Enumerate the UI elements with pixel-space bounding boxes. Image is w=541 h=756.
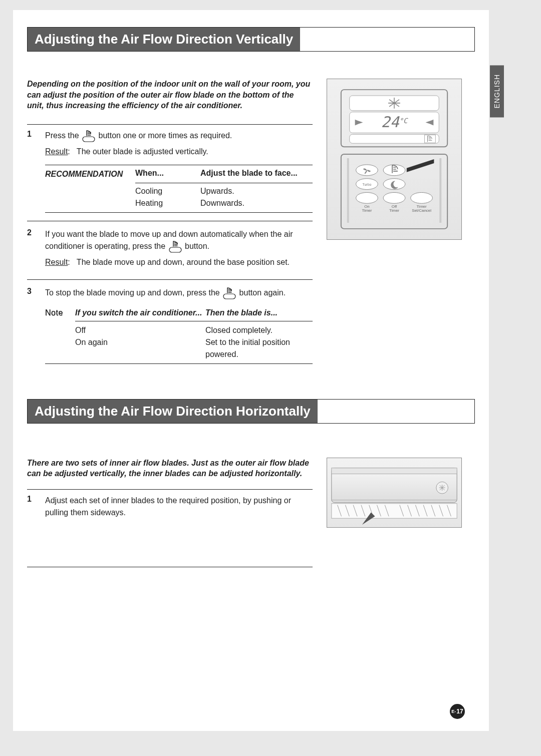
section-2-content: There are two sets of inner air flow bla… (27, 458, 475, 572)
svg-rect-0 (83, 137, 95, 142)
step-2-text-b: button. (185, 242, 209, 250)
section-1-content: Depending on the position of the indoor … (27, 79, 475, 366)
note-row-1-b: Set to the initial position powered. (205, 336, 313, 360)
svg-rect-30 (332, 503, 457, 518)
recommendation-table: RECOMMENDATION When... Adjust the blade … (45, 165, 313, 213)
swing-button-icon (168, 240, 183, 253)
note-row-0-b: Closed completely. (205, 324, 313, 336)
step-3: 3 To stop the blade moving up and down, … (27, 287, 313, 364)
s2-step-1: 1 Adjust each set of inner blades to the… (27, 495, 313, 522)
note-row-0-a: Off (75, 324, 205, 336)
note-label: Note (45, 305, 75, 321)
manual-page: ENGLISH Adjusting the Air Flow Direction… (13, 10, 489, 731)
indoor-unit-illustration (327, 458, 462, 528)
rec-col-adjust: Adjust the blade to face... (200, 165, 313, 183)
language-tab: ENGLISH (490, 65, 504, 117)
step-3-text-a: To stop the blade moving up and down, pr… (45, 288, 222, 297)
section-2-intro: There are two sets of inner air flow bla… (27, 458, 313, 479)
svg-rect-11 (439, 158, 441, 223)
note-table: Note If you switch the air conditioner..… (45, 305, 313, 364)
step-1: 1 Press the button one or more times as … (27, 130, 313, 213)
step-2-number: 2 (27, 228, 37, 271)
svg-rect-1 (169, 247, 181, 252)
note-col-b: Then the blade is... (205, 305, 313, 321)
svg-point-19 (411, 192, 433, 203)
note-row-1-a: On again (75, 336, 205, 348)
svg-text:Turbo: Turbo (363, 183, 372, 186)
note-col-a: If you switch the air conditioner... (75, 305, 205, 321)
svg-text:Set/Cancel: Set/Cancel (412, 208, 431, 213)
page-number: E-17 (450, 704, 465, 719)
step-3-number: 3 (27, 287, 37, 364)
svg-rect-10 (347, 158, 349, 223)
svg-point-18 (383, 192, 405, 203)
svg-point-17 (356, 192, 378, 203)
result-label: Result (45, 147, 68, 156)
callout-arrow-icon (407, 159, 434, 172)
recommendation-label: RECOMMENDATION (45, 165, 135, 183)
rec-row-0-face: Upwards. (200, 185, 313, 197)
step-2: 2 If you want the blade to move up and d… (27, 228, 313, 271)
swing-button-icon (81, 130, 96, 143)
rec-row-0-when: Cooling (135, 185, 200, 197)
svg-rect-2 (223, 294, 235, 299)
s2-step-1-number: 1 (27, 495, 37, 522)
result-label-2: Result (45, 258, 68, 266)
rec-col-when: When... (135, 165, 200, 183)
step-3-text-b: button again. (239, 288, 286, 297)
remote-illustration: 24°C (327, 79, 462, 240)
section-title-1: Adjusting the Air Flow Direction Vertica… (28, 28, 300, 51)
step-1-result: The outer blade is adjusted vertically. (77, 147, 208, 156)
svg-text:Timer: Timer (362, 208, 372, 213)
section-title-bar-2: Adjusting the Air Flow Direction Horizon… (27, 399, 475, 424)
rec-row-1-face: Downwards. (200, 197, 313, 209)
section-title-2: Adjusting the Air Flow Direction Horizon… (28, 400, 318, 423)
section-1-intro: Depending on the position of the indoor … (27, 79, 313, 111)
section-title-bar-1: Adjusting the Air Flow Direction Vertica… (27, 27, 475, 52)
step-2-result: The blade move up and down, around the b… (77, 258, 290, 266)
swing-button-icon (222, 287, 237, 300)
svg-point-13 (383, 165, 405, 176)
svg-text:Timer: Timer (389, 208, 399, 213)
step-1-number: 1 (27, 130, 37, 213)
svg-rect-27 (332, 468, 457, 474)
step-1-text-b: button one or more times as required. (98, 131, 232, 140)
s2-step-1-text: Adjust each set of inner blades to the r… (45, 495, 313, 519)
step-1-text-a: Press the (45, 131, 81, 140)
svg-rect-7 (350, 134, 439, 143)
rec-row-1-when: Heating (135, 197, 200, 209)
